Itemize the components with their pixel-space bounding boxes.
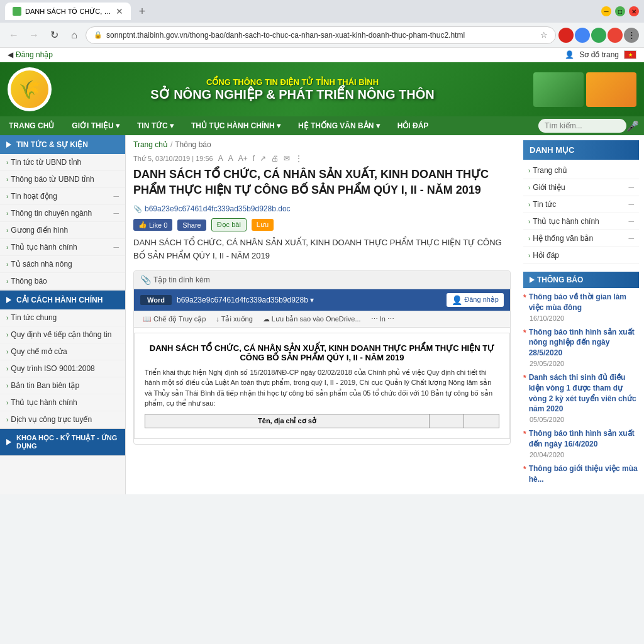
breadcrumb-separator: / [170,140,172,149]
sidebar-item-thong-bao-ubnd[interactable]: ›Thông báo từ UBND tỉnh [0,171,125,188]
sidebar-item-quy-dinh-tiep-can[interactable]: ›Quy định về tiếp cận thông tin [0,326,125,343]
new-tab-button[interactable]: + [133,3,151,20]
nav-item-thu-tuc[interactable]: THỦ TỤC HÀNH CHÍNH ▾ [182,116,289,135]
sidebar-item-tu-sach[interactable]: ›Tủ sách nhà nông [0,256,125,273]
share-icon[interactable]: ↗ [260,154,266,163]
login-link[interactable]: Đăng nhập [16,50,53,59]
nav-item-gioi-thieu[interactable]: GIỚI THIỆU ▾ [63,116,128,135]
forward-button[interactable]: → [25,26,43,44]
thong-bao-link-4[interactable]: Thông báo tình hình sản xuất đến ngày 16… [523,428,639,450]
nav-item-trang-chu[interactable]: TRANG CHỦ [0,116,63,135]
address-bar[interactable]: 🔒 sonnptnt.thaibinh.gov.vn/thong-bao/dan… [86,26,556,44]
menu-icon[interactable]: ⋮ [624,28,639,43]
share-button[interactable]: Share [177,219,206,231]
file-name[interactable]: b69a23e9c67461d4fc339ad35b9d928b ▾ [177,296,441,304]
section-triangle-icon-2 [6,297,11,303]
back-button[interactable]: ← [5,26,23,44]
more-icon[interactable]: ⋮ [295,154,303,163]
login-file-button[interactable]: 👤 Đăng nhập [447,293,504,307]
back-arrow-icon: ◀ [8,50,13,59]
sidebar-item-dich-vu-cong[interactable]: ›Dịch vụ công trực tuyến [0,411,125,428]
table-header-3 [464,414,499,428]
sidebar-item-thong-bao[interactable]: ›Thông báo [0,273,125,290]
sidebar-item-thu-tuc-2[interactable]: ›Thủ tục hành chính [0,394,125,411]
reload-button[interactable]: ↻ [45,26,63,44]
sidebar-item-ban-tin[interactable]: ›Bản tin Ban biên tập [0,377,125,394]
tab-close-button[interactable]: ✕ [116,6,123,16]
sidebar-item-guong-dien-hinh[interactable]: ›Gương điển hình [0,222,125,239]
header-image-2 [586,72,636,107]
thong-bao-title: THÔNG BÁO [537,275,583,284]
file-more-button[interactable]: ⋯ In ⋯ [369,314,397,325]
email-icon[interactable]: ✉ [284,154,290,163]
file-access-mode-button[interactable]: 📖 Chế độ Truy cập [140,314,208,325]
attachment-section: 📎 Tập tin đính kèm Word b69a23e9c67461d4… [133,270,511,445]
sidebar-item-tin-hoat-dong[interactable]: ›Tin hoạt động─ [0,188,125,205]
tab-favicon [13,7,21,16]
header-title-main: SỞ NÔNG NGHIỆP & PHÁT TRIỂN NÔNG THÔN [59,87,526,102]
address-bar-icons: ☆ [540,30,548,40]
logo-icon: 🌾 [19,79,41,100]
print-icon[interactable]: 🖨 [271,154,279,163]
thong-bao-link-5[interactable]: Thông báo giới thiệu việc mùa hè... [523,464,639,485]
sidebar-item-tin-tuc-ubnd[interactable]: ›Tin tức từ UBND tỉnh [0,154,125,171]
main-navigation: TRANG CHỦ GIỚI THIỆU ▾ TIN TỨC ▾ THỦ TỤC… [0,116,644,135]
thong-bao-date-1: 16/10/2020 [523,314,639,322]
danh-muc-item-thu-tuc[interactable]: ›Thủ tục hành chính─ [523,213,639,230]
danh-muc-item-tin-tuc[interactable]: ›Tin tức─ [523,196,639,213]
article-body: DANH SÁCH TỔ CHỨC, CÁ NHÂN SẢN XUẤT, KIN… [133,236,511,263]
extension-icon-3[interactable] [591,28,606,43]
nav-item-hoi-dap[interactable]: HỎI ĐÁP [389,116,438,135]
thong-bao-link-2[interactable]: Thông báo tình hình sản xuất nông nghiệp… [523,327,639,358]
attachment-header: 📎 Tập tin đính kèm [134,271,510,289]
section-triangle-icon-3 [6,439,11,445]
font-small-icon[interactable]: A [218,154,223,163]
search-mic-button[interactable]: 🎤 [626,120,639,132]
font-large-icon[interactable]: A+ [238,154,248,163]
browser-extra-icons: ⋮ [558,28,639,43]
tab-label: DANH SÁCH TỔ CHỨC, CÁ NHÂ... [25,8,112,16]
extension-icon-2[interactable] [575,28,590,43]
doc-read-button[interactable]: Đọc bài [211,218,247,231]
danh-muc-item-gioi-thieu[interactable]: ›Giới thiệu─ [523,179,639,196]
thong-bao-link-3[interactable]: Danh sách thi sinh đủ điều kiện vòng 1 đ… [523,372,639,414]
nav-item-tin-tuc[interactable]: TIN TỨC ▾ [128,116,182,135]
home-button[interactable]: ⌂ [65,26,83,44]
danh-muc-item-he-thong[interactable]: ›Hệ thống văn bản─ [523,230,639,247]
save-button[interactable]: Lưu [252,219,274,231]
browser-tab[interactable]: DANH SÁCH TỔ CHỨC, CÁ NHÂ... ✕ [5,3,131,20]
sidebar-item-quy-trinh-iso[interactable]: ›Quy trình ISO 9001:2008 [0,360,125,377]
extension-icon-4[interactable] [608,28,623,43]
security-icon: 🔒 [94,31,103,39]
like-count: 0 [164,221,167,229]
breadcrumb-home[interactable]: Trang chủ [133,140,168,149]
login-file-label: Đăng nhập [464,296,499,304]
clip-icon: 📎 [140,275,151,285]
attachment-link[interactable]: b69a23e9c67461d4fc339ad35b9d928b.doc [133,204,511,213]
sidebar-item-tin-tuc-chung[interactable]: ›Tin tức chung [0,309,125,326]
top-bar-right: 👤 Sơ đồ trang ★ [565,50,636,59]
danh-muc-item-hoi-dap[interactable]: ›Hỏi đáp [523,247,639,264]
close-button[interactable]: ✕ [629,6,639,16]
sidebar-item-quy-che-mo-cua[interactable]: ›Quy chế mở cửa [0,343,125,360]
font-medium-icon[interactable]: A [228,154,233,163]
maximize-button[interactable]: □ [615,6,625,16]
file-onedrive-button[interactable]: ☁ Lưu bản sao vào OneDrive... [260,314,364,325]
sidebar-item-thong-tin-chuyen-nganh[interactable]: ›Thông tin chuyên ngành─ [0,205,125,222]
star-icon[interactable]: ☆ [540,30,548,40]
sidebar-item-thu-tuc-hanh-chinh[interactable]: ›Thủ tục hành chính─ [0,239,125,256]
search-input[interactable] [538,119,626,133]
site-logo[interactable]: 🌾 [8,67,52,111]
extension-icon-1[interactable] [558,28,574,43]
attachment-file: Word b69a23e9c67461d4fc339ad35b9d928b ▾ … [134,289,510,311]
facebook-icon[interactable]: f [253,154,255,163]
thong-bao-link-1[interactable]: Thông báo về thời gian làm việc mùa đông [523,292,639,313]
file-download-button[interactable]: ↓ Tải xuống [213,314,255,325]
sidebar-khoa-hoc-title: KHOA HỌC - KỸ THUẬT - ỨNG DỤNG [16,434,119,450]
like-button[interactable]: 👍 Like 0 [133,219,172,231]
sitemap-link[interactable]: Sơ đồ trang [579,50,619,59]
danh-muc-item-trang-chu[interactable]: ›Trang chủ [523,162,639,179]
left-sidebar: TIN TỨC & SỰ KIỆN ›Tin tức từ UBND tỉnh … [0,135,126,494]
nav-item-he-thong[interactable]: HỆ THỐNG VĂN BẢN ▾ [289,116,389,135]
minimize-button[interactable]: ─ [601,6,611,16]
